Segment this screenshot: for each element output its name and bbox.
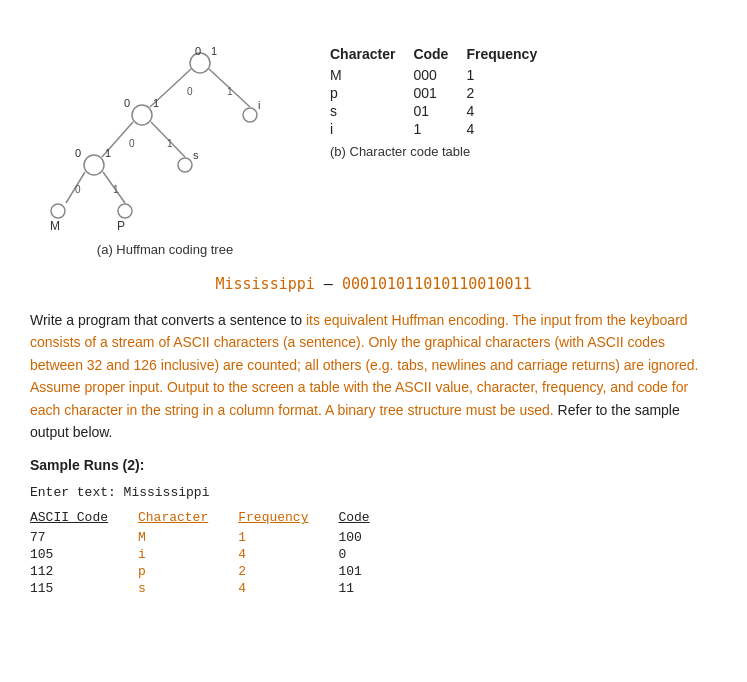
svg-text:1: 1	[105, 147, 111, 159]
svg-text:0: 0	[124, 97, 130, 109]
svg-text:0: 0	[129, 138, 135, 149]
sample-code: 11	[338, 580, 399, 597]
sample-runs-title: Sample Runs (2):	[30, 457, 717, 473]
code-row-char: s	[330, 102, 413, 120]
sample-char: i	[138, 546, 238, 563]
sample-char: M	[138, 529, 238, 546]
sample-code: 0	[338, 546, 399, 563]
sample-char: p	[138, 563, 238, 580]
svg-point-20	[118, 204, 132, 218]
code-row-freq: 4	[466, 102, 555, 120]
col-header-code: Code	[413, 45, 466, 66]
sample-freq: 1	[238, 529, 338, 546]
code-row-freq: 1	[466, 66, 555, 84]
sample-table-row: 77 M 1 100	[30, 529, 400, 546]
svg-text:s: s	[193, 149, 199, 161]
sample-freq: 4	[238, 580, 338, 597]
sample-table-row: 105 i 4 0	[30, 546, 400, 563]
sample-ascii: 115	[30, 580, 138, 597]
svg-point-5	[132, 105, 152, 125]
code-row-freq: 2	[466, 84, 555, 102]
svg-text:0: 0	[195, 45, 201, 57]
code-row-code: 1	[413, 120, 466, 138]
sample-ascii: 77	[30, 529, 138, 546]
sample-freq: 4	[238, 546, 338, 563]
svg-text:1: 1	[113, 184, 119, 195]
sample-col-code: Code	[338, 510, 399, 529]
code-row-code: 01	[413, 102, 466, 120]
code-row-code: 000	[413, 66, 466, 84]
sample-table-row: 112 p 2 101	[30, 563, 400, 580]
sample-col-ascii: ASCII Code	[30, 510, 138, 529]
svg-text:1: 1	[227, 86, 233, 97]
code-row-char: M	[330, 66, 413, 84]
encoding-line: Mississippi – 000101011010110010011	[30, 275, 717, 293]
sample-code: 101	[338, 563, 399, 580]
encoding-code: 000101011010110010011	[342, 275, 532, 293]
svg-text:0: 0	[75, 147, 81, 159]
code-row-char: p	[330, 84, 413, 102]
sample-code: 100	[338, 529, 399, 546]
svg-text:0: 0	[75, 184, 81, 195]
code-row-char: i	[330, 120, 413, 138]
svg-point-15	[178, 158, 192, 172]
svg-text:0: 0	[187, 86, 193, 97]
description: Write a program that converts a sentence…	[30, 309, 717, 443]
col-header-frequency: Frequency	[466, 45, 555, 66]
svg-point-8	[243, 108, 257, 122]
enter-text-label: Enter text: Mississippi	[30, 485, 717, 500]
svg-text:1: 1	[167, 138, 173, 149]
svg-text:i: i	[258, 99, 260, 111]
code-table-row: M 000 1	[330, 66, 555, 84]
sample-table: ASCII Code Character Frequency Code 77 M…	[30, 510, 400, 597]
sample-freq: 2	[238, 563, 338, 580]
code-row-code: 001	[413, 84, 466, 102]
code-table: Character Code Frequency M 000 1 p 001 2…	[330, 45, 555, 138]
sample-char: s	[138, 580, 238, 597]
sample-table-row: 115 s 4 11	[30, 580, 400, 597]
svg-text:P: P	[117, 219, 125, 233]
sample-col-char: Character	[138, 510, 238, 529]
code-table-row: p 001 2	[330, 84, 555, 102]
sample-col-freq: Frequency	[238, 510, 338, 529]
sample-ascii: 105	[30, 546, 138, 563]
svg-point-19	[51, 204, 65, 218]
svg-text:1: 1	[211, 45, 217, 57]
code-table-row: s 01 4	[330, 102, 555, 120]
encoding-dash: –	[315, 275, 342, 293]
svg-text:1: 1	[153, 97, 159, 109]
table-caption: (b) Character code table	[330, 144, 555, 159]
code-table-row: i 1 4	[330, 120, 555, 138]
code-row-freq: 4	[466, 120, 555, 138]
col-header-character: Character	[330, 45, 413, 66]
tree-caption: (a) Huffman coding tree	[30, 242, 300, 257]
svg-text:M: M	[50, 219, 60, 233]
svg-point-12	[84, 155, 104, 175]
encoding-text: Mississippi	[215, 275, 314, 293]
sample-ascii: 112	[30, 563, 138, 580]
